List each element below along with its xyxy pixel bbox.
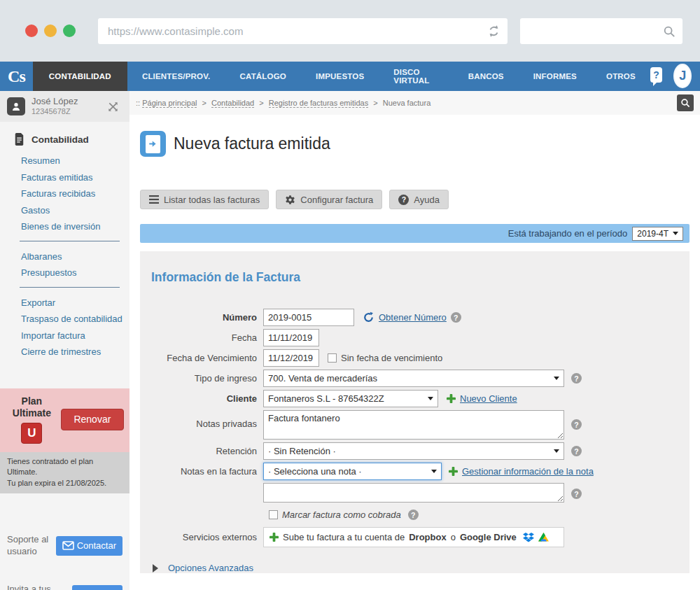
period-bar: Está trabajando en el período 2019-4T — [140, 224, 690, 243]
external-services-box[interactable]: Sube tu factura a tu cuenta de Dropbox o… — [263, 527, 564, 547]
notas-privadas-label: Notas privadas — [151, 410, 263, 429]
search-icon[interactable] — [663, 25, 676, 38]
sidebar-item-gastos[interactable]: Gastos — [21, 202, 130, 219]
sidebar-item-importar-factura[interactable]: Importar factura — [21, 328, 130, 344]
sidebar-section-contabilidad: Contabilidad — [0, 122, 130, 151]
notas-factura-select[interactable]: · Selecciona una nota · — [263, 463, 442, 480]
row-vencimiento: Fecha de Vencimiento Sin fecha de vencim… — [151, 349, 678, 367]
help-bubble-icon[interactable]: ? — [650, 67, 662, 83]
user-avatar[interactable]: J — [673, 64, 692, 88]
invoice-form-panel: Información de la Factura Número Obtener… — [140, 251, 690, 573]
nav-contabilidad[interactable]: CONTABILIDAD — [33, 62, 127, 91]
minimize-window-button[interactable] — [44, 24, 57, 37]
plus-icon — [270, 533, 279, 542]
invite-friends-button[interactable]: Invitar — [72, 585, 122, 590]
numero-help-icon[interactable]: ? — [451, 312, 461, 323]
url-input[interactable] — [108, 25, 487, 37]
nuevo-cliente-group: Nuevo Cliente — [447, 393, 517, 404]
sin-vencimiento-label: Sin fecha de vencimiento — [341, 353, 442, 363]
nav-impuestos[interactable]: IMPUESTOS — [301, 62, 379, 91]
nuevo-cliente-link[interactable]: Nuevo Cliente — [460, 393, 517, 404]
sidebar-menu-group3: Exportar Traspaso de contabilidad Import… — [0, 293, 130, 360]
close-window-button[interactable] — [25, 24, 38, 37]
collapse-sidebar-icon[interactable] — [106, 100, 120, 113]
configure-invoice-label: Configurar factura — [300, 195, 373, 205]
list-invoices-label: Listar todas las facturas — [164, 195, 260, 205]
invoice-page-icon — [140, 131, 166, 157]
row-fecha: Fecha — [151, 329, 678, 346]
nav-informes[interactable]: INFORMES — [519, 62, 592, 91]
breadcrumb-link-home[interactable]: Página principal — [142, 99, 197, 108]
envelope-icon — [62, 541, 74, 550]
support-label-line2: usuario — [7, 546, 48, 557]
sidebar-item-facturas-emitidas[interactable]: Facturas emitidas — [21, 169, 130, 186]
vencimiento-input[interactable] — [263, 349, 319, 367]
browser-search-input[interactable] — [527, 26, 663, 37]
nav-bancos[interactable]: BANCOS — [454, 62, 519, 91]
plan-note-line1: Tienes contratado el plan Ultimate. — [7, 456, 122, 479]
reload-icon[interactable] — [487, 24, 500, 38]
cliente-select[interactable]: Fontaneros S.L - 87654322Z — [263, 390, 438, 407]
obtener-numero-link[interactable]: Obtener Número — [379, 312, 447, 323]
retencion-select[interactable]: · Sin Retención · — [263, 442, 564, 460]
notas-privadas-textarea[interactable]: Factura fontanero — [263, 410, 564, 440]
google-drive-icon[interactable] — [538, 533, 549, 542]
maximize-window-button[interactable] — [63, 24, 76, 37]
breadcrumb-link-contabilidad[interactable]: Contabilidad — [211, 99, 254, 108]
row-notas-factura-textarea: ? — [151, 483, 678, 503]
chevron-down-icon — [554, 377, 559, 383]
sidebar-item-bienes-inversion[interactable]: Bienes de inversión — [21, 218, 130, 235]
window-controls — [25, 24, 76, 37]
notas-privadas-help-icon[interactable]: ? — [571, 419, 582, 430]
advanced-options-toggle[interactable]: Opciones Avanzadas — [153, 563, 678, 573]
sidebar-item-traspaso[interactable]: Traspaso de contabilidad — [21, 311, 130, 328]
numero-input[interactable] — [263, 309, 354, 326]
breadcrumb-link-registro[interactable]: Registro de facturas emitidas — [269, 99, 368, 108]
breadcrumb: :: Página principal > Contabilidad > Reg… — [136, 99, 430, 107]
fecha-input[interactable] — [263, 329, 319, 346]
tipo-ingreso-select[interactable]: 700. Venta de mercaderías — [263, 370, 564, 387]
sidebar-item-resumen[interactable]: Resumen — [21, 153, 130, 169]
vencimiento-label: Fecha de Vencimiento — [151, 353, 263, 363]
breadcrumb-current: Nueva factura — [383, 99, 430, 107]
row-notas-factura: Notas en la factura · Selecciona una not… — [151, 463, 678, 480]
cobrada-checkbox[interactable] — [269, 510, 278, 519]
period-text: Está trabajando en el período — [508, 228, 628, 239]
nav-otros[interactable]: OTROS — [592, 62, 650, 91]
sidebar-item-facturas-recibidas[interactable]: Facturas recibidas — [21, 185, 130, 202]
configure-invoice-button[interactable]: Configurar factura — [276, 190, 382, 209]
app-logo[interactable]: Cs — [0, 62, 33, 91]
browser-search-box[interactable] — [520, 18, 682, 44]
quick-search-button[interactable] — [677, 94, 694, 111]
gestionar-nota-link[interactable]: Gestionar información de la nota — [462, 466, 594, 477]
sin-vencimiento-checkbox[interactable] — [328, 353, 337, 363]
list-invoices-button[interactable]: Listar todas las facturas — [140, 190, 269, 209]
period-select[interactable]: 2019-4T — [632, 227, 683, 241]
renew-plan-button[interactable]: Renovar — [61, 409, 124, 430]
nav-catalogo[interactable]: CATÁLOGO — [225, 62, 301, 91]
sidebar-item-cierre-trimestres[interactable]: Cierre de trimestres — [21, 344, 130, 360]
refresh-number-icon[interactable] — [363, 311, 374, 323]
plan-label-line1: Plan — [6, 395, 58, 408]
expand-triangle-icon — [153, 564, 162, 573]
contact-support-button[interactable]: Contactar — [56, 536, 122, 556]
notas-factura-help-icon[interactable]: ? — [571, 489, 582, 499]
help-button[interactable]: ? Ayuda — [389, 190, 449, 209]
sidebar-item-exportar[interactable]: Exportar — [21, 295, 130, 311]
tipo-ingreso-help-icon[interactable]: ? — [571, 373, 582, 384]
plan-info: Plan Ultimate U — [6, 395, 58, 444]
nav-disco-virtual[interactable]: DISCO VIRTUAL — [379, 62, 453, 91]
support-label-line1: Soporte al — [7, 534, 48, 545]
sidebar-section-label: Contabilidad — [31, 134, 89, 145]
nav-clientes-prov[interactable]: CLIENTES/PROV. — [127, 62, 225, 91]
invite-label: Invita a tus amigos — [7, 584, 51, 590]
sidebar-item-albaranes[interactable]: Albaranes — [21, 248, 130, 265]
servicios-dropbox-label: Dropbox — [409, 532, 446, 542]
notas-factura-textarea[interactable] — [263, 483, 564, 503]
retencion-help-icon[interactable]: ? — [571, 446, 582, 456]
row-notas-privadas: Notas privadas Factura fontanero ? — [151, 410, 678, 440]
sidebar-item-presupuestos[interactable]: Presupuestos — [21, 265, 130, 281]
dropbox-icon[interactable] — [523, 533, 534, 542]
url-bar[interactable] — [98, 18, 507, 44]
cobrada-help-icon[interactable]: ? — [408, 510, 419, 520]
